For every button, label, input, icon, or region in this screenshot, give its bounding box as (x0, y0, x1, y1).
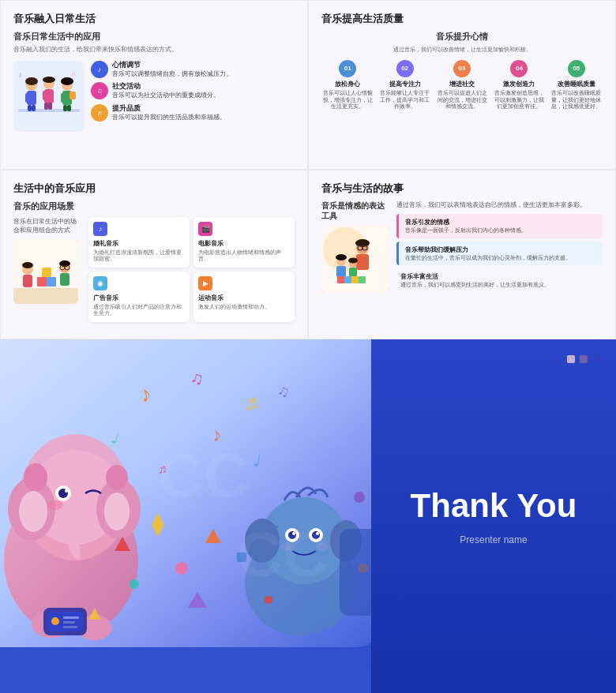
svg-rect-30 (42, 268, 51, 277)
story-svg (321, 226, 389, 293)
svg-rect-108 (63, 616, 79, 619)
svg-rect-20 (69, 92, 76, 99)
step3-label: 增进社交 (449, 80, 475, 88)
feature-quality: ♬ 提升品质 音乐可以提升我们的生活品质和幸福感。 (91, 104, 295, 122)
story3-text: 通过音乐，我们可以感受到生活的美好，让生活更加有意义。 (400, 282, 596, 288)
svg-point-101 (265, 596, 272, 604)
step2-circle: 02 (396, 60, 414, 77)
music-card-wedding: ♪ 婚礼音乐 为婚礼打造浪漫清新氛围，让爱情更加甜蜜。 (88, 217, 190, 268)
bottom-illustration-svg: ♪ ♫ ♬ ♩ ♪ ♫ ♬ ♩ (0, 339, 387, 647)
mood-icon: ♪ (91, 61, 108, 78)
slide2-desc: 通过音乐，我们可以改善情绪，让生活更加愉快和积极。 (321, 46, 603, 54)
feature-mood: ♪ 心情调节 音乐可以调整情绪自愈，拥有放松减压力。 (91, 61, 295, 79)
film-icon: 🎬 (198, 222, 212, 236)
svg-point-98 (130, 579, 139, 589)
wedding-icon: ♪ (93, 222, 107, 236)
step3-text: 音乐可以促进人们之间的交流，增进社交和情感交流。 (436, 90, 488, 111)
feature2-text: 音乐可以为社交活动中的重要成绩分。 (112, 92, 220, 100)
svg-point-33 (22, 262, 33, 268)
svg-point-44 (355, 239, 370, 247)
music-card-sport: ▶ 运动音乐 激发人们的运动激情和动力。 (193, 272, 295, 322)
music-card-film: 🎬 电影音乐 为电影营造出人物情绪和情感的声音。 (193, 217, 295, 268)
story2-title: 音乐帮助我们缓解压力 (405, 245, 596, 254)
svg-point-72 (19, 491, 47, 532)
svg-point-107 (51, 617, 59, 625)
story2-text: 在繁忙的生活中，音乐可以成为我们的心灵补剂，缓解压力的支援。 (405, 255, 596, 261)
svg-rect-12 (51, 91, 54, 100)
svg-point-8 (25, 77, 38, 85)
card2-text: 为电影营造出人物情绪和情感的声音。 (198, 249, 290, 263)
card3-title: 广告音乐 (93, 294, 185, 302)
step3-circle: 03 (453, 60, 471, 77)
social-icon: ♫ (91, 82, 108, 99)
svg-point-15 (43, 77, 55, 83)
feature1-label: 心情调节 (112, 61, 232, 70)
step-5: 05 改善睡眠质量 音乐可以改善睡眠质量，让我们更好地休息，让我感觉更好。 (550, 60, 603, 111)
presenter-label: Presenter name (460, 534, 527, 545)
svg-rect-55 (344, 276, 351, 283)
svg-point-66 (65, 489, 68, 493)
dot-2 (580, 355, 588, 363)
svg-rect-13 (44, 103, 48, 110)
step4-circle: 04 (510, 60, 528, 77)
feature2-label: 社交活动 (112, 82, 220, 92)
card4-title: 运动音乐 (198, 294, 290, 302)
steps-row: 01 放松身心 音乐可以让人心情愉悦，增强专注力，让生活更充实。 02 提高专注… (321, 60, 603, 111)
step5-text: 音乐可以改善睡眠质量，让我们更好地休息，让我感觉更好。 (550, 90, 603, 111)
svg-rect-7 (32, 105, 36, 111)
svg-point-96 (175, 562, 188, 575)
svg-rect-27 (13, 288, 78, 304)
slide1-title: 音乐融入日常生活 (13, 12, 295, 26)
svg-rect-4 (25, 93, 28, 103)
svg-point-69 (106, 465, 128, 490)
ad-icon: ◉ (93, 276, 107, 290)
svg-rect-35 (60, 273, 69, 286)
svg-point-103 (354, 492, 365, 503)
story-card-life: 音乐丰富生活 通过音乐，我们可以感受到生活的美好，让生活更加有意义。 (396, 268, 603, 292)
dots-row (567, 355, 600, 363)
svg-rect-14 (48, 103, 52, 110)
svg-text:♬: ♬ (242, 390, 261, 415)
svg-rect-32 (23, 275, 32, 287)
slide1-illustration: ♪ ♫ (13, 61, 85, 132)
sport-icon: ▶ (198, 276, 212, 290)
slide-music-apps: 生活中的音乐应用 音乐的应用场景 音乐在日常生活中的场合和应用组合的方式 (0, 170, 308, 339)
feature3-text: 音乐可以提升我们的生活品质和幸福感。 (112, 114, 226, 122)
thank-you-section: ♪ ♫ ♬ ♩ ♪ ♫ ♬ ♩ (0, 339, 616, 693)
svg-rect-22 (67, 105, 71, 111)
card1-title: 婚礼音乐 (93, 239, 185, 248)
svg-text:♫: ♫ (71, 70, 76, 77)
slide3-title: 生活中的音乐应用 (13, 182, 295, 196)
svg-text:♪: ♪ (18, 70, 22, 79)
svg-rect-110 (63, 626, 77, 628)
music-cards-grid: ♪ 婚礼音乐 为婚礼打造浪漫清新氛围，让爱情更加甜蜜。 🎬 电影音乐 为电影营造… (88, 217, 295, 322)
svg-rect-11 (43, 91, 46, 100)
slide3-body: 音乐在日常生活中的场合和应用组合的方式 (13, 217, 81, 234)
slides-grid: 音乐融入日常生活 音乐日常生活中的应用 音乐融入我们的生活，给我们带来快乐和情感… (0, 0, 616, 339)
kids-svg (13, 239, 78, 304)
svg-rect-18 (61, 93, 64, 103)
dot-3 (592, 355, 600, 363)
slide1-body: 音乐融入我们的生活，给我们带来快乐和情感表达的方式。 (13, 46, 295, 54)
slide1-features: ♪ 心情调节 音乐可以调整情绪自愈，拥有放松减压力。 ♫ 社交活动 音乐可以为社… (91, 61, 295, 132)
story-card-stress: 音乐帮助我们缓解压力 在繁忙的生活中，音乐可以成为我们的心灵补剂，缓解压力的支援… (396, 242, 603, 265)
step1-label: 放松身心 (335, 80, 360, 88)
card4-text: 激发人们的运动激情和动力。 (198, 304, 290, 310)
story-cards: 音乐引发的情感 音乐像是一面镜子，反射出我们内心的各种情感。 音乐帮助我们缓解压… (396, 214, 603, 292)
step4-label: 激发创造力 (503, 80, 535, 88)
step1-text: 音乐可以让人心情愉悦，增强专注力，让生活更充实。 (321, 90, 374, 111)
svg-rect-6 (28, 105, 32, 111)
svg-text:CC: CC (158, 440, 250, 511)
step-3: 03 增进社交 音乐可以促进人们之间的交流，增进社交和情感交流。 (436, 60, 488, 111)
slide2-title: 音乐提高生活质量 (321, 12, 603, 26)
slide4-top-right: 通过音乐，我们可以表情地表达自己的情感，使生活更加丰富多彩。 (396, 200, 603, 209)
svg-rect-5 (33, 93, 36, 103)
card1-text: 为婚礼打造浪漫清新氛围，让爱情更加甜蜜。 (93, 249, 185, 263)
thank-you-content: Thank You Presenter name (371, 339, 616, 693)
svg-rect-28 (37, 277, 47, 287)
dot-1 (567, 355, 575, 363)
feature1-text: 音乐可以调整情绪自愈，拥有放松减压力。 (112, 70, 232, 79)
step5-label: 改善睡眠质量 (558, 80, 595, 88)
svg-rect-52 (349, 268, 357, 277)
card2-title: 电影音乐 (198, 239, 290, 248)
